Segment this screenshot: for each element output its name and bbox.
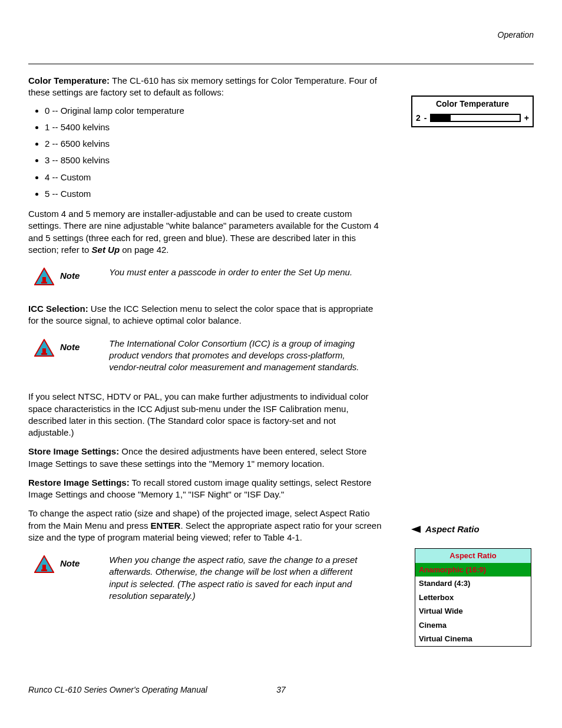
- list-item: 5 -- Custom: [45, 188, 382, 200]
- aspect-item-cinema[interactable]: Cinema: [415, 618, 531, 633]
- color-temp-slider-row: 2 - +: [412, 111, 533, 126]
- list-item: 3 -- 8500 kelvins: [45, 154, 382, 166]
- aspect-paragraph: To change the aspect ratio (size and sha…: [28, 508, 382, 543]
- note-label: Note: [60, 558, 80, 569]
- enter-label: ENTER: [151, 521, 181, 531]
- note-block-1: Note You must enter a passcode in order …: [34, 266, 382, 285]
- aspect-item-virtual-wide[interactable]: Virtual Wide: [415, 604, 531, 618]
- ct-setting-list: 0 -- Original lamp color temperature 1 -…: [45, 105, 382, 200]
- note-block-3: Note When you change the aspect ratio, s…: [34, 554, 382, 602]
- svg-rect-2: [41, 282, 47, 284]
- store-heading: Store Image Settings:: [28, 446, 119, 456]
- svg-rect-8: [41, 569, 47, 571]
- aspect-menu-title: Aspect Ratio: [415, 548, 531, 563]
- main-content: Color Temperature: The CL-610 has six me…: [28, 75, 382, 620]
- aspect-item-letterbox[interactable]: Letterbox: [415, 591, 531, 605]
- svg-rect-5: [41, 353, 47, 355]
- section-header: Operation: [498, 29, 534, 41]
- arrow-left-icon: [411, 526, 421, 533]
- warning-icon: [34, 555, 54, 573]
- warning-icon: [34, 268, 54, 285]
- list-item: 1 -- 5400 kelvins: [45, 121, 382, 133]
- color-temp-widget: Color Temperature 2 - +: [411, 95, 534, 127]
- list-item: 0 -- Original lamp color temperature: [45, 105, 382, 117]
- ct-custom-paragraph: Custom 4 and 5 memory are installer-adju…: [28, 208, 382, 256]
- aspect-ratio-heading: Aspect Ratio: [411, 523, 534, 535]
- text: on page 42.: [120, 245, 168, 255]
- text: Custom 4 and 5 memory are installer-adju…: [28, 209, 379, 255]
- restore-paragraph: Restore Image Settings: To recall stored…: [28, 477, 382, 501]
- note-text: The International Color Consortium (ICC)…: [109, 338, 362, 374]
- note-text: You must enter a passcode in order to en…: [109, 266, 362, 278]
- icc-paragraph-2: If you select NTSC, HDTV or PAL, you can…: [28, 391, 382, 439]
- store-paragraph: Store Image Settings: Once the desired a…: [28, 446, 382, 470]
- minus-icon[interactable]: -: [424, 113, 427, 124]
- aspect-item-standard[interactable]: Standard (4:3): [415, 577, 531, 591]
- warning-icon: [34, 339, 54, 357]
- setup-link[interactable]: Set Up: [92, 245, 120, 255]
- note-label: Note: [60, 270, 80, 282]
- aspect-item-anamorphic[interactable]: Anamorphic (16:9): [415, 563, 531, 577]
- aspect-ratio-menu: Aspect Ratio Anamorphic (16:9) Standard …: [415, 548, 531, 647]
- color-temp-fill: [431, 115, 451, 121]
- aspect-heading-text: Aspect Ratio: [425, 523, 480, 535]
- ct-heading: Color Temperature:: [28, 75, 110, 85]
- icc-paragraph: ICC Selection: Use the ICC Selection men…: [28, 303, 382, 327]
- color-temp-bar[interactable]: [430, 114, 520, 122]
- page-number: 37: [28, 684, 534, 696]
- note-text: When you change the aspect ratio, save t…: [109, 554, 362, 602]
- list-item: 4 -- Custom: [45, 172, 382, 183]
- list-item: 2 -- 6500 kelvins: [45, 138, 382, 150]
- footer: Runco CL-610 Series Owner's Operating Ma…: [28, 684, 534, 696]
- rule: [28, 64, 534, 64]
- color-temp-title: Color Temperature: [412, 97, 533, 111]
- color-temp-value: 2: [416, 113, 421, 124]
- note-label: Note: [60, 341, 80, 353]
- icc-heading: ICC Selection:: [28, 304, 88, 314]
- restore-heading: Restore Image Settings:: [28, 477, 130, 487]
- plus-icon[interactable]: +: [524, 113, 529, 124]
- sidebar: Color Temperature 2 - + Aspect Ratio Asp…: [411, 95, 534, 647]
- aspect-item-virtual-cinema[interactable]: Virtual Cinema: [415, 632, 531, 646]
- ct-paragraph: Color Temperature: The CL-610 has six me…: [28, 75, 382, 99]
- note-block-2: Note The International Color Consortium …: [34, 338, 382, 374]
